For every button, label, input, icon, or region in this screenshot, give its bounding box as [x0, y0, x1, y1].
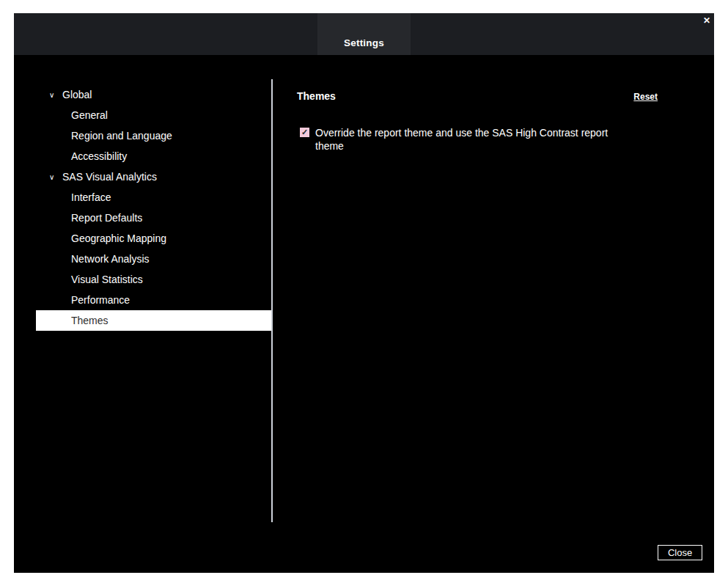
sidebar-item-visual-statistics[interactable]: Visual Statistics	[36, 269, 271, 290]
sidebar-item-label: Performance	[71, 294, 130, 306]
sidebar-item-accessibility[interactable]: Accessibility	[36, 146, 271, 166]
sidebar-item-label: Accessibility	[71, 150, 127, 162]
sidebar-item-label: SAS Visual Analytics	[62, 171, 157, 183]
override-theme-label: Override the report theme and use the SA…	[315, 126, 638, 153]
sidebar-item-report-defaults[interactable]: Report Defaults	[36, 208, 271, 228]
sidebar-item-label: Region and Language	[71, 130, 172, 142]
close-icon[interactable]: ✕	[703, 15, 710, 26]
panel-header-row: Themes Reset	[297, 90, 658, 102]
sidebar-item-sas-visual-analytics[interactable]: ∨SAS Visual Analytics	[36, 166, 271, 187]
sidebar-item-label: General	[71, 109, 108, 121]
sidebar-item-label: Visual Statistics	[71, 274, 143, 285]
panel-title: Themes	[297, 90, 336, 102]
sidebar-item-global[interactable]: ∨Global	[36, 84, 271, 105]
sidebar-item-themes[interactable]: Themes	[36, 310, 271, 331]
chevron-down-icon[interactable]: ∨	[36, 173, 62, 181]
override-theme-checkbox[interactable]: ✓	[300, 128, 309, 137]
dialog-header: Settings ✕	[14, 13, 714, 55]
sidebar-item-interface[interactable]: Interface	[36, 187, 271, 208]
sidebar-item-label: Network Analysis	[71, 253, 150, 265]
close-button[interactable]: Close	[658, 545, 702, 560]
title-highlight: Settings	[317, 13, 411, 55]
sidebar-item-geographic-mapping[interactable]: Geographic Mapping	[36, 228, 271, 249]
sidebar-item-region-and-language[interactable]: Region and Language	[36, 125, 271, 146]
chevron-down-icon[interactable]: ∨	[36, 91, 62, 99]
settings-panel: Themes Reset ✓ Override the report theme…	[297, 90, 658, 153]
sidebar-item-label: Geographic Mapping	[71, 232, 166, 244]
sidebar-item-performance[interactable]: Performance	[36, 290, 271, 310]
sidebar-divider	[271, 79, 273, 522]
sidebar-tree: ∨GlobalGeneralRegion and LanguageAccessi…	[36, 84, 271, 331]
override-theme-row: ✓ Override the report theme and use the …	[300, 126, 658, 153]
settings-dialog: Settings ✕ ∨GlobalGeneralRegion and Lang…	[14, 13, 714, 573]
sidebar-item-label: Global	[62, 89, 92, 100]
checkmark-icon: ✓	[301, 128, 308, 137]
sidebar-item-label: Themes	[71, 315, 109, 326]
sidebar-item-label: Report Defaults	[71, 212, 142, 224]
reset-link[interactable]: Reset	[633, 92, 658, 102]
sidebar-item-general[interactable]: General	[36, 105, 271, 125]
sidebar-item-network-analysis[interactable]: Network Analysis	[36, 249, 271, 269]
page-title: Settings	[344, 37, 384, 48]
sidebar-item-label: Interface	[71, 191, 111, 203]
